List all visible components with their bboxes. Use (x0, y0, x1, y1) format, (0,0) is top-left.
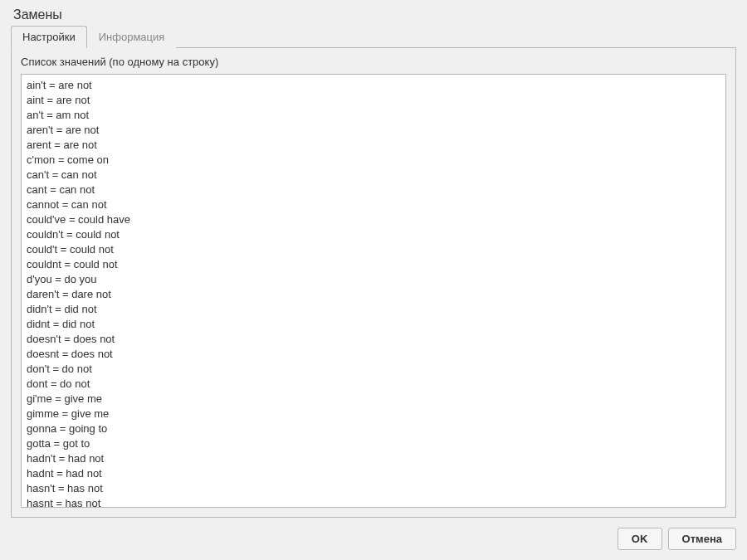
ok-button[interactable]: OK (618, 528, 662, 550)
values-list-label: Список значений (по одному на строку) (21, 56, 726, 68)
tab-information[interactable]: Информация (87, 26, 177, 48)
values-textarea[interactable] (21, 74, 726, 508)
tab-content-settings: Список значений (по одному на строку) (11, 48, 736, 518)
tab-settings[interactable]: Настройки (11, 26, 87, 48)
window-title: Замены (0, 0, 747, 25)
tab-header: Настройки Информация (11, 25, 736, 48)
dialog-window: Замены Настройки Информация Список значе… (0, 0, 747, 560)
tabs-container: Настройки Информация Список значений (по… (0, 25, 747, 518)
cancel-button[interactable]: Отмена (668, 528, 736, 550)
dialog-footer: OK Отмена (0, 518, 747, 560)
